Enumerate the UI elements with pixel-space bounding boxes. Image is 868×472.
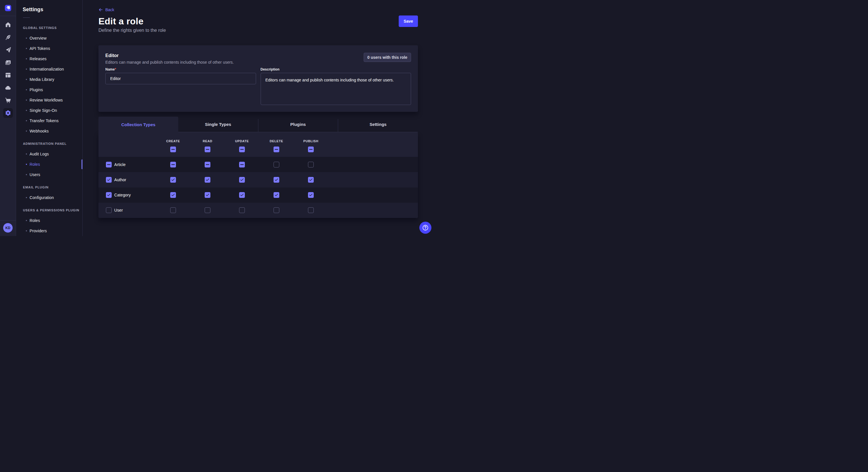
back-link[interactable]: Back [98, 7, 114, 12]
save-button[interactable]: Save [399, 15, 418, 27]
select-all-delete-checkbox-indeterminate[interactable] [274, 146, 279, 152]
sidebar-item-label: Plugins [30, 88, 43, 92]
user-read-checkbox-unchecked[interactable] [205, 207, 210, 213]
perm-column-title: PUBLISH [303, 139, 318, 143]
name-field: Name* [105, 67, 256, 105]
sidebar-item-internationalization[interactable]: Internationalization [16, 64, 82, 74]
sidebar-item-releases[interactable]: Releases [16, 54, 82, 64]
article-create-checkbox-indeterminate[interactable] [170, 162, 176, 167]
description-field: Description Editors can manage and publi… [260, 67, 411, 105]
name-input[interactable] [105, 73, 256, 84]
tab-collection-types[interactable]: Collection Types [98, 117, 178, 132]
sidebar-item-users[interactable]: Users [16, 169, 82, 180]
sidebar-item-label: Roles [30, 162, 40, 167]
bullet-icon [26, 58, 27, 59]
author-row-checkbox-checked[interactable] [106, 177, 112, 183]
sidebar-item-label: Webhooks [30, 129, 49, 133]
nav-item-deploy[interactable] [3, 83, 13, 93]
sidebar-item-webhooks[interactable]: Webhooks [16, 126, 82, 136]
perm-row-label: Author [114, 177, 126, 182]
nav-item-content-type-builder[interactable] [3, 70, 13, 80]
select-all-update-checkbox-indeterminate[interactable] [239, 146, 245, 152]
sidebar-item-media-library[interactable]: Media Library [16, 74, 82, 85]
article-read-checkbox-indeterminate[interactable] [205, 162, 210, 167]
perm-column-title: UPDATE [235, 139, 249, 143]
sidebar-item-label: Providers [30, 229, 47, 233]
permission-tabs: Collection TypesSingle TypesPluginsSetti… [98, 117, 418, 132]
strapi-logo-icon[interactable] [5, 5, 11, 11]
paper-plane-icon [5, 46, 11, 53]
category-create-checkbox-checked[interactable] [170, 192, 176, 198]
logo-wrap [0, 0, 16, 16]
perm-column-read: READ [190, 132, 225, 157]
nav-item-content-manager[interactable] [3, 32, 13, 42]
nav-item-marketplace[interactable] [3, 96, 13, 105]
sidebar-item-single-sign-on[interactable]: Single Sign-On [16, 105, 82, 115]
help-button[interactable] [420, 222, 431, 234]
subnav-divider [23, 18, 30, 18]
nav-item-media-library[interactable] [3, 58, 13, 67]
article-publish-checkbox-unchecked[interactable] [308, 162, 314, 167]
tab-single-types[interactable]: Single Types [178, 117, 258, 132]
main-nav: KD [0, 0, 16, 236]
sidebar-item-transfer-tokens[interactable]: Transfer Tokens [16, 115, 82, 126]
author-read-checkbox-checked[interactable] [205, 177, 210, 183]
bullet-icon [26, 164, 27, 165]
bullet-icon [26, 48, 27, 49]
name-label: Name* [105, 67, 256, 72]
article-update-checkbox-indeterminate[interactable] [239, 162, 245, 167]
sidebar-item-label: Overview [30, 36, 46, 40]
subnav-section-label: USERS & PERMISSIONS PLUGIN [16, 208, 82, 212]
sidebar-item-review-workflows[interactable]: Review Workflows [16, 95, 82, 105]
category-row-checkbox-checked[interactable] [106, 192, 112, 198]
user-create-checkbox-unchecked[interactable] [170, 207, 176, 213]
feather-icon [5, 34, 11, 41]
nav-item-settings[interactable] [3, 108, 13, 118]
user-publish-checkbox-unchecked[interactable] [308, 207, 314, 213]
sidebar-item-roles[interactable]: Roles [16, 215, 82, 226]
category-update-checkbox-checked[interactable] [239, 192, 245, 198]
author-delete-checkbox-checked[interactable] [274, 177, 279, 183]
perm-column-title: DELETE [270, 139, 283, 143]
sidebar-item-overview[interactable]: Overview [16, 33, 82, 43]
page-subtitle: Define the rights given to the role [98, 28, 418, 33]
users-with-role-badge[interactable]: 0 users with this role [364, 53, 411, 62]
sidebar-item-label: Transfer Tokens [30, 119, 59, 123]
article-delete-checkbox-unchecked[interactable] [274, 162, 279, 167]
tab-plugins[interactable]: Plugins [258, 117, 338, 132]
sidebar-item-plugins[interactable]: Plugins [16, 85, 82, 95]
bullet-icon [26, 79, 27, 80]
sidebar-item-api-tokens[interactable]: API Tokens [16, 43, 82, 54]
select-all-create-checkbox-indeterminate[interactable] [170, 146, 176, 152]
author-publish-checkbox-checked[interactable] [308, 177, 314, 183]
category-delete-checkbox-checked[interactable] [274, 192, 279, 198]
bullet-icon [26, 131, 27, 132]
user-delete-checkbox-unchecked[interactable] [274, 207, 279, 213]
perm-column-delete: DELETE [259, 132, 293, 157]
subnav-section: EMAIL PLUGINConfiguration [16, 185, 82, 203]
article-row-checkbox-indeterminate[interactable] [106, 162, 112, 167]
author-create-checkbox-checked[interactable] [170, 177, 176, 183]
sidebar-item-roles[interactable]: Roles [16, 159, 82, 169]
select-all-read-checkbox-indeterminate[interactable] [205, 146, 210, 152]
sidebar-item-providers[interactable]: Providers [16, 226, 82, 236]
description-textarea[interactable]: Editors can manage and publish contents … [260, 73, 411, 105]
perm-column-title: READ [203, 139, 212, 143]
perm-row-user: User [98, 203, 418, 218]
tab-settings[interactable]: Settings [338, 117, 418, 132]
sidebar-item-label: Releases [30, 57, 46, 61]
subnav-section: ADMINISTRATION PANELAudit LogsRolesUsers [16, 141, 82, 180]
sidebar-item-label: API Tokens [30, 46, 50, 51]
nav-item-home[interactable] [3, 20, 13, 30]
question-circle-icon [422, 224, 429, 231]
user-update-checkbox-unchecked[interactable] [239, 207, 245, 213]
author-update-checkbox-checked[interactable] [239, 177, 245, 183]
user-row-checkbox-unchecked[interactable] [106, 207, 112, 213]
sidebar-item-configuration[interactable]: Configuration [16, 193, 82, 203]
category-read-checkbox-checked[interactable] [205, 192, 210, 198]
nav-item-releases[interactable] [3, 45, 13, 55]
category-publish-checkbox-checked[interactable] [308, 192, 314, 198]
avatar[interactable]: KD [3, 223, 12, 233]
select-all-publish-checkbox-indeterminate[interactable] [308, 146, 314, 152]
sidebar-item-audit-logs[interactable]: Audit Logs [16, 149, 82, 159]
